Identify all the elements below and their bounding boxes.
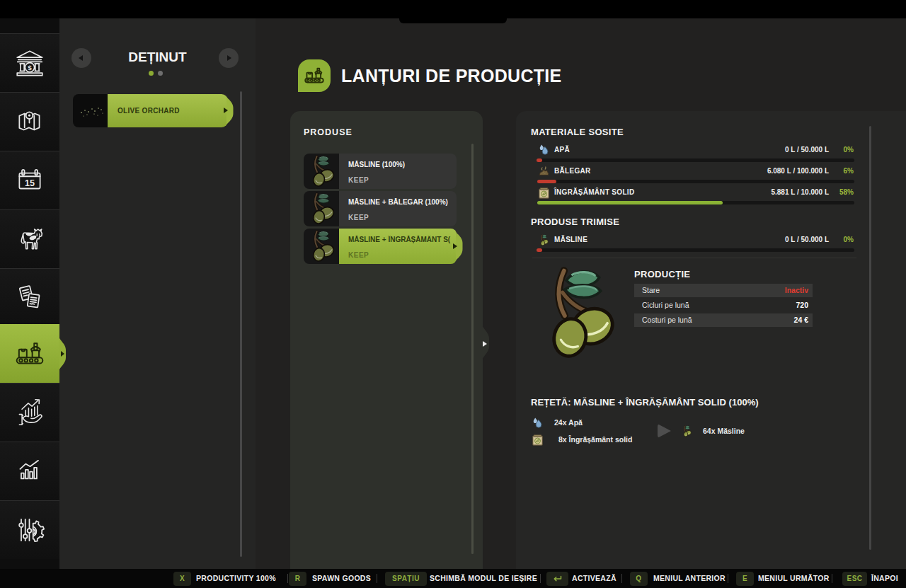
- svg-text:15: 15: [25, 178, 35, 188]
- svg-text:$: $: [28, 64, 32, 71]
